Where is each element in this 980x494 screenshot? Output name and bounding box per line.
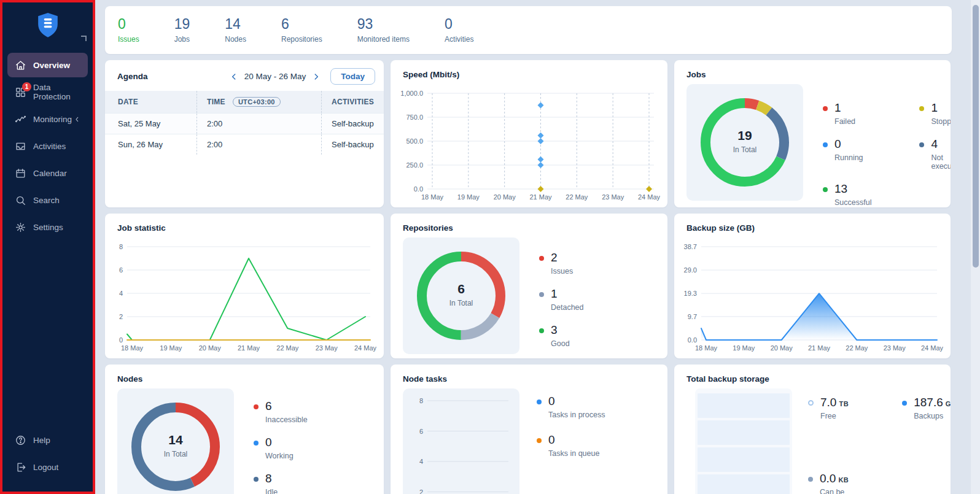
backup_size-chart: 0.09.719.329.038.718 May19 May20 May21 M… xyxy=(677,241,943,355)
storage-segment xyxy=(698,447,790,472)
svg-text:14: 14 xyxy=(168,433,183,447)
stat-value: 0 xyxy=(445,17,473,32)
legend-dot-icon xyxy=(537,399,542,404)
vertical-scrollbar-thumb[interactable] xyxy=(973,5,979,268)
legend-dot-icon xyxy=(808,477,813,482)
home-icon xyxy=(15,60,26,71)
today-button[interactable]: Today xyxy=(330,68,375,85)
svg-text:750.0: 750.0 xyxy=(406,114,423,121)
legend-value: 7.0TB xyxy=(820,396,849,409)
svg-text:22 May: 22 May xyxy=(276,344,299,352)
stat-value: 6 xyxy=(281,17,322,32)
collapse-chevron-icon[interactable] xyxy=(72,115,82,124)
legend-item-free: 7.0TBFree xyxy=(808,396,853,457)
svg-text:22 May: 22 May xyxy=(566,193,588,201)
stat-repositories: 6Repositories xyxy=(281,17,322,44)
legend-dot-icon xyxy=(823,187,828,192)
legend-value: 2 xyxy=(551,251,573,264)
sidebar-item-monitoring[interactable]: Monitoring xyxy=(7,107,88,131)
legend-dot-icon xyxy=(254,404,259,409)
activities-icon xyxy=(15,141,26,152)
agenda-header: Agenda 20 May - 26 May Today xyxy=(105,60,384,87)
svg-text:24 May: 24 May xyxy=(354,344,376,352)
nodes-legend: 6Inaccessible0Working8Idle xyxy=(254,399,308,494)
sidebar-item-data-protection[interactable]: 1Data Protection xyxy=(7,80,88,104)
logout-icon xyxy=(15,461,26,473)
legend-item-tasks-in-process: 0Tasks in process xyxy=(537,395,605,419)
legend-value: 0.0KB xyxy=(820,472,853,485)
sidebar-item-logout[interactable]: Logout xyxy=(7,455,88,479)
agenda-date-nav: 20 May - 26 May Today xyxy=(228,68,375,85)
settings-icon xyxy=(15,222,26,233)
nodes-card-body: 14In Total 6Inaccessible0Working8Idle xyxy=(105,388,384,494)
sidebar-item-label: Logout xyxy=(33,463,58,472)
total-backup-storage-card: Total backup storage 7.0TBFree0.0KBCan b… xyxy=(674,365,951,494)
stat-label: Monitored items xyxy=(357,35,410,44)
legend-dot-icon xyxy=(254,477,259,482)
legend-dot-icon xyxy=(254,441,259,446)
stat-label: Activities xyxy=(445,35,473,44)
stat-label: Jobs xyxy=(174,35,190,44)
svg-text:8: 8 xyxy=(419,397,423,404)
legend-label: Stopped xyxy=(931,117,951,126)
legend-dot-icon xyxy=(919,142,924,147)
svg-text:0: 0 xyxy=(119,336,123,344)
legend-dot-icon xyxy=(823,142,828,147)
prev-week-arrow-icon[interactable] xyxy=(228,71,239,82)
sidebar-item-calendar[interactable]: Calendar xyxy=(7,161,88,185)
agenda-date-range: 20 May - 26 May xyxy=(244,72,306,81)
speed-card: Speed (Mbit/s) 0.0250.0500.0750.01,000.0… xyxy=(391,60,667,207)
legend-value: 1 xyxy=(551,287,584,301)
legend-value: 6 xyxy=(265,399,308,413)
stat-label: Issues xyxy=(118,35,139,44)
svg-text:23 May: 23 May xyxy=(316,344,338,352)
legend-item-can-be-reclaimed: 0.0KBCan be reclaimed xyxy=(808,472,853,494)
repositories-donut-chart: 6In Total xyxy=(415,250,507,342)
sidebar-item-label: Settings xyxy=(33,223,63,232)
data-protection-icon: 1 xyxy=(15,87,26,98)
agenda-date-cell: Sun, 26 May xyxy=(105,134,197,155)
svg-text:1,000.0: 1,000.0 xyxy=(400,90,423,97)
node-tasks-title: Node tasks xyxy=(391,365,667,384)
sidebar-item-label: Monitoring xyxy=(33,115,72,124)
notification-badge: 1 xyxy=(22,82,31,91)
svg-text:8: 8 xyxy=(119,243,123,250)
sidebar-item-activities[interactable]: Activities xyxy=(7,134,88,158)
legend-label: Free xyxy=(820,412,849,420)
agenda-table: DATE TIMEUTC+03:00 ACTIVITIES Sat, 25 Ma… xyxy=(105,91,384,155)
legend-label: Can be reclaimed xyxy=(820,488,853,494)
job_statistic-chart: 0246818 May19 May20 May21 May22 May23 Ma… xyxy=(107,241,376,355)
sidebar-item-help[interactable]: Help xyxy=(7,428,88,452)
agenda-row[interactable]: Sat, 25 May2:00Self-backup xyxy=(105,114,384,134)
svg-text:20 May: 20 May xyxy=(199,344,222,352)
legend-value: 0 xyxy=(265,436,294,449)
svg-text:22 May: 22 May xyxy=(846,344,868,352)
svg-text:0.0: 0.0 xyxy=(414,185,423,193)
svg-text:21 May: 21 May xyxy=(808,344,831,352)
storage-legend: 7.0TBFree0.0KBCan be reclaimed187.6GBBac… xyxy=(808,396,951,494)
sidebar-spacer xyxy=(2,241,93,418)
legend-item-failed: 1Failed xyxy=(823,101,871,126)
vertical-scrollbar-track[interactable] xyxy=(971,0,980,494)
svg-text:4: 4 xyxy=(419,458,423,465)
agenda-date-cell: Sat, 25 May xyxy=(105,114,197,134)
node-tasks-legend: 0Tasks in process0Tasks in queue xyxy=(537,395,605,494)
repositories-card-body: 6In Total 2Issues1Detached3Good xyxy=(391,237,667,354)
sidebar-item-settings[interactable]: Settings xyxy=(7,215,88,239)
sidebar-item-overview[interactable]: Overview xyxy=(7,53,88,77)
legend-dot-icon xyxy=(537,438,542,443)
col-time: TIMEUTC+03:00 xyxy=(197,91,322,114)
svg-text:19: 19 xyxy=(737,128,752,142)
sidebar-collapse-icon[interactable] xyxy=(81,36,87,41)
legend-label: Backups xyxy=(914,412,951,420)
svg-text:19 May: 19 May xyxy=(160,344,182,352)
sidebar-item-search[interactable]: Search xyxy=(7,188,88,212)
backup-size-chart-area: 0.09.719.329.038.718 May19 May20 May21 M… xyxy=(677,241,943,355)
legend-dot-icon xyxy=(919,106,924,111)
agenda-row[interactable]: Sun, 26 May2:00Self-backup xyxy=(105,134,384,155)
storage-segment xyxy=(698,420,790,445)
svg-text:21 May: 21 May xyxy=(238,344,260,352)
next-week-arrow-icon[interactable] xyxy=(311,71,322,82)
backup-size-card: Backup size (GB) 0.09.719.329.038.718 Ma… xyxy=(674,214,951,358)
svg-text:23 May: 23 May xyxy=(884,344,906,352)
